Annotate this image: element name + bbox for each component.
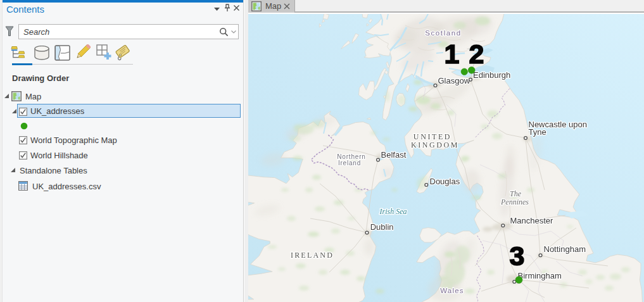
svg-text:Glasgow: Glasgow [438, 76, 470, 85]
svg-text:KINGDOM: KINGDOM [411, 141, 459, 149]
svg-text:Belfast: Belfast [381, 150, 407, 160]
svg-text:1: 1 [445, 39, 460, 69]
svg-text:Tyne: Tyne [529, 127, 546, 137]
svg-text:IRELAND: IRELAND [291, 251, 334, 260]
svg-text:Irish Sea: Irish Sea [379, 207, 407, 216]
svg-text:3: 3 [510, 241, 525, 271]
svg-text:Birmingham: Birmingham [518, 271, 562, 280]
svg-text:The: The [510, 189, 522, 198]
svg-text:Nottingham: Nottingham [544, 244, 586, 254]
svg-text:Ireland: Ireland [338, 160, 361, 167]
svg-text:Wales: Wales [440, 287, 464, 294]
svg-text:2: 2 [469, 39, 484, 69]
svg-text:Manchester: Manchester [510, 216, 554, 225]
svg-text:UNITED: UNITED [414, 132, 451, 141]
svg-text:Dublin: Dublin [370, 222, 394, 232]
svg-text:Scotland: Scotland [425, 29, 462, 37]
svg-text:Edinburgh: Edinburgh [473, 70, 510, 80]
svg-text:Douglas: Douglas [430, 177, 460, 186]
svg-text:Pennines: Pennines [500, 198, 529, 206]
